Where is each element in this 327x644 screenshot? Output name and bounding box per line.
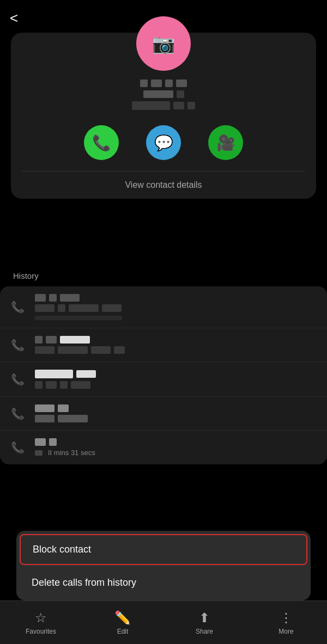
outgoing-call-icon: 📞 — [11, 441, 26, 454]
star-icon: ☆ — [35, 610, 47, 625]
history-item-info — [35, 294, 316, 320]
nav-share[interactable]: ⬆ Share — [164, 610, 245, 635]
nav-edit-label: Edit — [117, 628, 129, 635]
video-button[interactable]: 🎥 — [208, 125, 243, 160]
avatar: 📷 — [136, 16, 191, 71]
more-icon: ⋮ — [280, 610, 293, 625]
nav-favourites-label: Favourites — [26, 628, 56, 635]
history-item[interactable]: 📞 — [0, 362, 327, 397]
history-item-info: II mins 31 secs — [35, 438, 316, 457]
history-item[interactable]: 📞 — [0, 286, 327, 328]
outgoing-call-icon: 📞 — [11, 407, 26, 420]
camera-icon: 📷 — [152, 33, 175, 54]
history-item[interactable]: 📞 II mins 31 secs — [0, 431, 327, 464]
contact-card: 📷 📞 💬 🎥 View contact details — [11, 33, 316, 199]
outgoing-call-icon: 📞 — [11, 339, 26, 352]
history-item-info — [35, 336, 316, 354]
edit-icon: ✏️ — [114, 610, 131, 625]
history-item[interactable]: 📞 — [0, 397, 327, 431]
incoming-call-icon: 📞 — [11, 300, 26, 314]
nav-more-label: More — [278, 628, 293, 635]
bottom-nav: ☆ Favourites ✏️ Edit ⬆ Share ⋮ More — [0, 600, 327, 644]
nav-share-label: Share — [196, 628, 213, 635]
context-menu: Block contact Delete calls from history — [16, 531, 311, 600]
history-label: History — [13, 271, 39, 280]
history-item-info — [35, 404, 316, 422]
contact-name-redacted — [132, 79, 195, 110]
message-button[interactable]: 💬 — [146, 125, 181, 160]
block-contact-button[interactable]: Block contact — [20, 534, 307, 565]
history-item-info — [35, 370, 316, 389]
history-item[interactable]: 📞 — [0, 328, 327, 362]
nav-more[interactable]: ⋮ More — [245, 610, 327, 635]
nav-favourites[interactable]: ☆ Favourites — [0, 610, 82, 635]
history-list: 📞 📞 — [0, 286, 327, 464]
share-icon: ⬆ — [199, 610, 210, 625]
back-button[interactable]: < — [10, 10, 18, 27]
call-button[interactable]: 📞 — [84, 125, 119, 160]
outgoing-call-icon: 📞 — [11, 373, 26, 386]
delete-calls-button[interactable]: Delete calls from history — [16, 565, 311, 600]
nav-edit[interactable]: ✏️ Edit — [82, 610, 164, 635]
action-buttons: 📞 💬 🎥 — [84, 125, 243, 160]
view-contact-details[interactable]: View contact details — [22, 171, 305, 199]
